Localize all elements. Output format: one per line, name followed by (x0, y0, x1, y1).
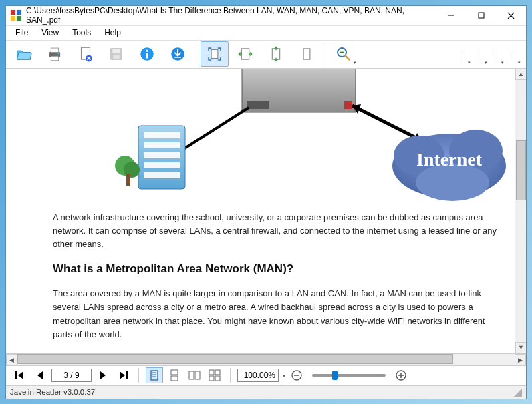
download-button[interactable] (164, 41, 192, 67)
scroll-right-arrow-icon[interactable]: ▶ (515, 354, 526, 365)
menu-help[interactable]: Help (98, 27, 128, 39)
svg-rect-50 (126, 174, 130, 186)
dotted-split-icon (477, 47, 485, 61)
svg-point-11 (58, 53, 59, 54)
prev-page-button[interactable] (31, 367, 49, 383)
scroll-thumb[interactable] (17, 354, 453, 364)
paragraph: A network infrastructure covering the sc… (53, 211, 503, 251)
svg-rect-43 (144, 132, 180, 138)
zoom-slider[interactable] (312, 374, 386, 377)
document-viewport[interactable]: Internet A network infrastructure coveri… (6, 69, 526, 354)
svg-rect-68 (195, 371, 200, 379)
page-actual-icon (298, 45, 315, 63)
zoom-out-button[interactable] (288, 367, 305, 383)
fit-page-button[interactable] (201, 41, 229, 67)
continuous-page-icon (169, 369, 180, 381)
download-icon (169, 45, 186, 63)
resize-grip-icon[interactable] (513, 387, 522, 397)
svg-rect-60 (126, 371, 128, 379)
actual-size-button[interactable] (293, 41, 321, 67)
first-page-icon (15, 371, 25, 379)
facing-page-icon (188, 369, 201, 381)
bottom-toolbar: ▾ (6, 365, 526, 385)
svg-rect-21 (146, 53, 148, 58)
close-button[interactable] (496, 5, 526, 25)
scroll-left-arrow-icon[interactable]: ◀ (6, 354, 17, 365)
chevron-down-icon: ▾ (468, 60, 471, 65)
paragraph: The area covered by a MAN is quite large… (53, 287, 503, 341)
vertical-scrollbar[interactable]: ▲ ▼ (515, 69, 526, 353)
remove-page-button[interactable] (72, 41, 100, 67)
info-icon (138, 45, 156, 63)
next-page-button[interactable] (94, 367, 112, 383)
last-page-icon (118, 371, 128, 379)
chevron-down-icon[interactable]: ▾ (283, 373, 285, 379)
facing-view-button[interactable] (186, 367, 203, 383)
pdf-page: Internet A network infrastructure coveri… (25, 69, 523, 354)
close-icon (507, 12, 515, 19)
scroll-up-arrow-icon[interactable]: ▲ (515, 69, 526, 80)
separator (230, 368, 231, 383)
zoom-in-button[interactable] (392, 367, 410, 383)
svg-line-29 (345, 55, 350, 60)
minimize-button[interactable] (436, 5, 466, 25)
statusbar: Javelin Reader v3.0.0.37 (6, 385, 526, 399)
save-disk-icon (108, 45, 125, 63)
zoom-slider-thumb[interactable] (332, 371, 338, 380)
toolbar-overflow-1[interactable]: ▾ (457, 41, 472, 67)
first-page-button[interactable] (11, 367, 29, 383)
chevron-down-icon: ▾ (354, 60, 356, 65)
scroll-thumb[interactable] (516, 140, 526, 200)
toolbar-overflow-4[interactable]: ▾ (507, 41, 522, 67)
page-width-button[interactable] (231, 41, 259, 67)
single-page-icon (149, 369, 160, 381)
page-width-icon (237, 45, 254, 63)
maximize-button[interactable] (466, 5, 496, 25)
dotted-split-icon (511, 47, 519, 61)
info-button[interactable] (133, 41, 161, 67)
svg-rect-45 (144, 152, 180, 158)
horizontal-scrollbar[interactable]: ◀ ▶ (6, 354, 526, 365)
svg-rect-72 (215, 376, 220, 381)
svg-rect-61 (151, 371, 158, 380)
zoom-level-input[interactable] (237, 369, 279, 382)
maximize-icon (478, 12, 485, 19)
print-button[interactable] (41, 41, 69, 67)
svg-rect-18 (113, 55, 120, 59)
menu-file[interactable]: File (9, 27, 35, 39)
toolbar-overflow-2[interactable]: ▾ (474, 41, 489, 67)
zoom-tool-button[interactable]: ▾ (329, 41, 358, 67)
section-heading: What is a Metropolitan Area Network (MAN… (53, 260, 503, 278)
menu-tools[interactable]: Tools (65, 27, 98, 39)
svg-line-39 (352, 106, 422, 141)
scroll-track[interactable] (515, 80, 526, 342)
facing-continuous-view-button[interactable] (206, 367, 223, 383)
svg-rect-71 (209, 376, 214, 381)
scroll-down-arrow-icon[interactable]: ▼ (515, 342, 526, 353)
toolbar-separator (325, 43, 325, 65)
svg-rect-65 (171, 370, 178, 375)
svg-rect-70 (215, 370, 220, 375)
page-height-button[interactable] (262, 41, 290, 67)
dotted-split-icon (494, 47, 502, 61)
svg-rect-27 (303, 49, 310, 59)
scroll-track[interactable] (17, 354, 515, 365)
svg-rect-66 (171, 376, 178, 381)
menu-view[interactable]: View (35, 27, 65, 39)
toolbar-overflow-3[interactable]: ▾ (491, 41, 505, 67)
single-page-view-button[interactable] (146, 367, 163, 383)
save-button[interactable] (102, 41, 130, 67)
document-text: A network infrastructure covering the sc… (25, 204, 523, 354)
svg-rect-46 (144, 162, 180, 168)
last-page-button[interactable] (114, 367, 132, 383)
svg-rect-17 (112, 49, 120, 54)
svg-rect-5 (479, 13, 484, 18)
separator (138, 368, 139, 383)
continuous-view-button[interactable] (166, 367, 183, 383)
open-button[interactable] (10, 41, 38, 67)
document-area: Internet A network infrastructure coveri… (6, 69, 526, 365)
svg-rect-36 (247, 101, 269, 109)
svg-rect-47 (144, 172, 180, 178)
svg-rect-0 (11, 10, 15, 15)
page-number-input[interactable] (51, 369, 92, 382)
